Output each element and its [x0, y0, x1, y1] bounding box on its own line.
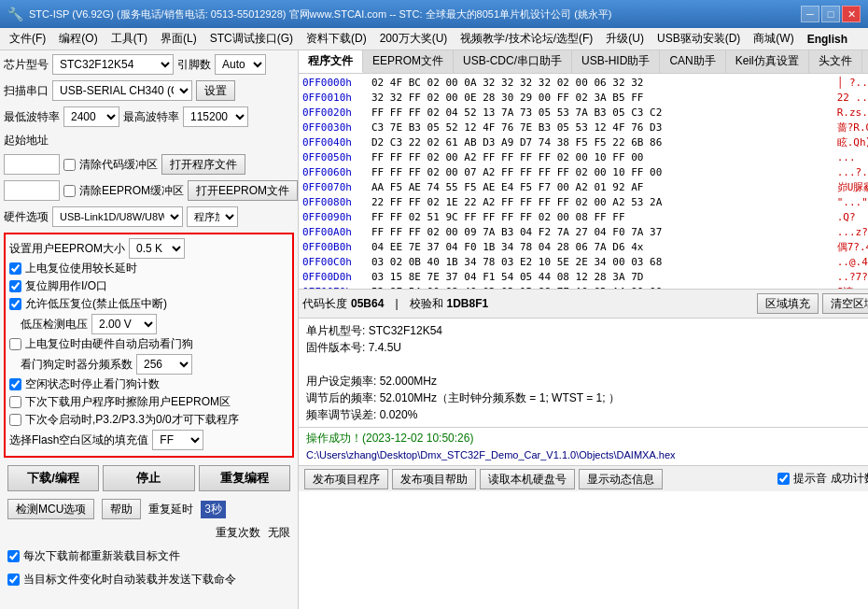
tab-eeprom[interactable]: EEPROM文件: [363, 50, 454, 73]
clear-eeprom-check[interactable]: [63, 185, 76, 197]
clear-eeprom-label: 清除EEPROM缓冲区: [79, 183, 184, 199]
hw-options-row: 硬件选项 USB-Link1D/U8W/U8W-Mini脱机 程序加...: [4, 206, 294, 227]
re-count-label: 重复次数: [216, 525, 260, 541]
tab-usb-cdc[interactable]: USB-CDC/串口助手: [454, 50, 572, 73]
max-baud-select[interactable]: 115200: [183, 106, 248, 127]
long-delay-label: 上电复位使用较长延时: [25, 261, 137, 276]
help-button[interactable]: 帮助: [102, 499, 141, 519]
check-reset-io-row: 复位脚用作I/O口: [9, 278, 288, 294]
maximize-button[interactable]: □: [821, 6, 840, 22]
minimize-button[interactable]: ─: [801, 6, 819, 22]
open-eeprom-file-button[interactable]: 打开EEPROM文件: [188, 180, 298, 201]
low-volt-reset-check[interactable]: [9, 298, 21, 310]
idle-wdog-check[interactable]: [9, 378, 21, 390]
baud-row: 最低波特率 2400 最高波特率 115200: [4, 106, 294, 127]
tab-keil[interactable]: Keil仿真设置: [726, 50, 809, 73]
flash-fill-select[interactable]: FF: [152, 430, 203, 450]
stop-button[interactable]: 停止: [103, 465, 194, 491]
hw-options-extra[interactable]: 程序加...: [187, 206, 238, 227]
wdog-label: 上电复位时由硬件自动启动看门狗: [25, 336, 193, 352]
wdog-check[interactable]: [9, 338, 21, 350]
publish-help-button[interactable]: 发布项目帮助: [392, 469, 476, 489]
voltage-label: 低压检测电压: [21, 317, 88, 333]
menu-tools[interactable]: 工具(T): [105, 29, 153, 49]
read-hdd-button[interactable]: 读取本机硬盘号: [480, 469, 575, 489]
hex-row-13: 0FF00D0h 03 15 8E 7E 37 04 F1 54 05 44 0…: [302, 270, 868, 285]
detect-mcu-button[interactable]: 检测MCU选项: [7, 499, 94, 519]
menu-file[interactable]: 文件(F): [4, 29, 51, 49]
tab-example[interactable]: 范例程序: [862, 50, 868, 73]
eeprom-addr-input[interactable]: 0x0000: [4, 180, 60, 201]
close-button[interactable]: ✕: [842, 6, 861, 22]
hex-row-3: 0FF0030h C3 7E B3 05 52 12 4F 76 7E B3 0…: [302, 120, 868, 135]
chip-select[interactable]: STC32F12K54: [52, 54, 174, 75]
re-download-button[interactable]: 重复编程: [199, 465, 290, 491]
wdog-div-label: 看门狗定时器分频系数: [21, 357, 133, 373]
hw-options-select[interactable]: USB-Link1D/U8W/U8W-Mini脱机: [52, 206, 183, 227]
setting-button[interactable]: 设置: [196, 80, 235, 101]
long-delay-check[interactable]: [9, 262, 21, 275]
tab-can[interactable]: CAN助手: [660, 50, 725, 73]
port-select[interactable]: USB-SERIAL CH340 (COM3): [52, 80, 192, 101]
left-bottom-btns: 下载/编程 停止 重复编程: [4, 461, 294, 495]
menu-ui[interactable]: 界面(L): [155, 29, 203, 49]
start-addr-input[interactable]: 0x0000: [4, 154, 60, 175]
menu-english[interactable]: English: [802, 31, 853, 48]
tab-header[interactable]: 头文件: [809, 50, 862, 73]
open-prog-file-button[interactable]: 打开程序文件: [161, 154, 245, 175]
menu-debug[interactable]: STC调试接口(G): [204, 29, 299, 49]
p3-check[interactable]: [9, 414, 21, 426]
check-erase-eeprom-row: 下次下载用户程序时擦除用户EEPROM区: [9, 394, 288, 410]
download-button[interactable]: 下载/编程: [7, 465, 99, 491]
firmware-ver-line: 固件版本号: 7.4.5U: [306, 339, 868, 356]
app-icon: 🔧: [7, 7, 23, 21]
reminder-check[interactable]: [777, 473, 790, 485]
menu-download[interactable]: 资料下载(D): [301, 29, 372, 49]
hex-row-10: 0FF00A0h FF FF FF 02 00 09 7A B3 04 F2 7…: [302, 225, 868, 240]
menu-usb[interactable]: USB驱动安装(D): [651, 29, 746, 49]
eeprom-size-label: 设置用户EEPROM大小: [9, 241, 125, 257]
menu-prize[interactable]: 200万大奖(U): [374, 29, 454, 49]
auto-send-row: 当目标文件变化时自动装载并发送下载命令: [4, 572, 294, 588]
checksum-label: 校验和: [410, 296, 443, 312]
hex-area[interactable]: 0FF0000h 02 4F BC 02 00 0A 32 32 32 32 0…: [299, 74, 868, 289]
reset-io-check[interactable]: [9, 280, 21, 292]
pin-label: 引脚数: [177, 57, 211, 73]
clear-code-check[interactable]: [63, 159, 76, 171]
title-text: STC-ISP (V6.92G) (服务电话/销售电话: 0513-550129…: [29, 7, 611, 21]
erase-eeprom-check[interactable]: [9, 396, 21, 408]
wdog-div-row: 看门狗定时器分频系数 256: [21, 354, 288, 375]
pin-select[interactable]: Auto: [215, 54, 266, 75]
voltage-select[interactable]: 2.00 V: [91, 314, 157, 334]
min-baud-select[interactable]: 2400: [63, 106, 119, 127]
right-panel: 程序文件 EEPROM文件 USB-CDC/串口助手 USB-HID助手 CAN…: [299, 50, 868, 609]
tab-program-file[interactable]: 程序文件: [299, 50, 363, 73]
start-addr-inputs: 0x0000 清除代码缓冲区 打开程序文件: [4, 154, 294, 175]
recount-row: 重复次数 无限: [4, 525, 294, 541]
wdog-div-select[interactable]: 256: [136, 354, 192, 375]
tab-usb-hid[interactable]: USB-HID助手: [572, 50, 660, 73]
code-length-value: 05B64: [351, 297, 384, 310]
publish-prog-button[interactable]: 发布项目程序: [304, 469, 388, 489]
success-area: 操作成功！(2023-12-02 10:50:26) C:\Users\zhan…: [299, 427, 868, 465]
auto-reload-check[interactable]: [7, 550, 20, 562]
auto-send-check[interactable]: [7, 574, 20, 586]
check-p3-row: 下次令启动时,P3.2/P3.3为0/0才可下载程序: [9, 412, 288, 428]
hex-row-2: 0FF0020h FF FF FF 02 04 52 13 7A 73 05 5…: [302, 106, 868, 120]
show-dynamic-button[interactable]: 显示动态信息: [579, 469, 663, 489]
hex-row-8: 0FF0080h 22 FF FF 02 1E 22 A2 FF FF FF F…: [302, 195, 868, 210]
menu-video[interactable]: 视频教学/技术论坛/选型(F): [455, 29, 598, 49]
menu-upgrade[interactable]: 升级(U): [600, 29, 650, 49]
eeprom-size-select[interactable]: 0.5 K: [129, 238, 185, 259]
menu-program[interactable]: 编程(O): [53, 29, 103, 49]
hex-row-1: 0FF0010h 32 32 FF 02 00 0E 28 30 29 00 F…: [302, 91, 868, 106]
freq-user-line: 用户设定频率: 52.000MHz: [306, 373, 868, 389]
eeprom-addr-row: 0x0000 清除EEPROM缓冲区 打开EEPROM文件: [4, 180, 294, 201]
file-path: C:\Users\zhang\Desktop\Dmx_STC32F_Demo_C…: [306, 446, 868, 463]
code-length-label: 代码长度: [302, 296, 347, 312]
success-count-label: 成功计数: [831, 471, 868, 487]
fill-region-button[interactable]: 区域填充: [757, 293, 819, 314]
clear-region-button[interactable]: 清空区域: [822, 293, 868, 314]
auto-reload-label: 每次下载前都重新装载目标文件: [23, 548, 180, 564]
menu-shop[interactable]: 商城(W): [748, 29, 799, 49]
